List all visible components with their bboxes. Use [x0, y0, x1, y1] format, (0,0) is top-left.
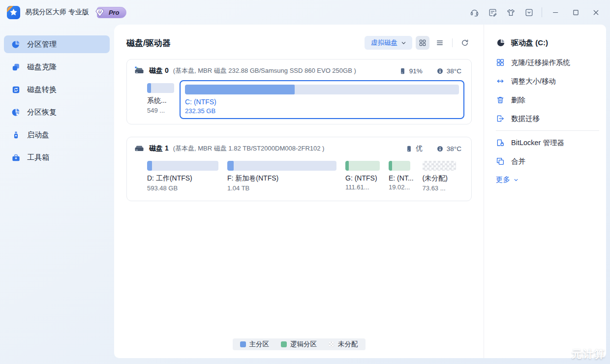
minimize-icon: [551, 8, 560, 17]
partition-f[interactable]: F: 新加卷(NTFS)1.04 TB: [224, 158, 340, 196]
action-divider: [496, 130, 599, 131]
refresh-button[interactable]: [458, 36, 472, 50]
drive-disk0-icon: [134, 65, 145, 76]
action-data-migrate[interactable]: 数据迁移: [496, 109, 599, 128]
list-view-button[interactable]: [433, 36, 447, 50]
legend-chip-primary: [240, 341, 246, 347]
action-delete[interactable]: 删除: [496, 91, 599, 109]
partition-bar: [423, 161, 456, 171]
partition-bar: [345, 161, 380, 171]
theme-button[interactable]: [503, 5, 518, 20]
partition-d[interactable]: D: 工作(NTFS)593.48 GB: [144, 158, 222, 196]
main-header: 磁盘/驱动器 虚拟磁盘: [126, 35, 472, 50]
sidebar: 分区管理磁盘克隆磁盘转换分区恢复启动盘工具箱: [0, 25, 114, 358]
sidebar-item-label: 磁盘克隆: [27, 62, 57, 72]
partition-system[interactable]: 系统...549 ...: [144, 80, 178, 118]
pie-chart-icon: [11, 40, 21, 49]
disk-temperature-value: 38°C: [447, 67, 461, 75]
action-label: BitLocker 管理器: [511, 138, 564, 148]
support-button[interactable]: [466, 5, 482, 20]
bitlocker-icon: [496, 138, 505, 147]
svg-text:U: U: [98, 9, 102, 14]
action-merge[interactable]: 合并: [496, 152, 599, 171]
virtual-disk-dropdown[interactable]: 虚拟磁盘: [365, 36, 412, 50]
legend-chip-unallocated: [329, 341, 335, 347]
partition-e[interactable]: E: (NT...19.02...: [385, 158, 417, 195]
feedback-button[interactable]: [485, 5, 500, 20]
partition-used-fill: [345, 161, 349, 171]
legend-chip-logical: [281, 341, 287, 347]
partition-size: 549 ...: [147, 107, 174, 114]
partition-used-fill: [227, 161, 234, 171]
pro-badge-label: Pro: [109, 9, 120, 16]
partition-c[interactable]: C: (NTFS)232.35 GB: [180, 80, 464, 119]
partition-label: D: 工作(NTFS): [147, 174, 218, 183]
partition-label: C: (NTFS): [185, 98, 459, 106]
thermometer-icon: [436, 145, 444, 152]
partition-recovery-icon: [11, 108, 21, 117]
minimize-button[interactable]: [547, 5, 564, 20]
disk-card: 磁盘 0(基本盘, MBR 磁盘 232.88 GB/Samsung SSD 8…: [126, 59, 472, 124]
partition-bar: [185, 85, 459, 94]
maximize-button[interactable]: [567, 5, 584, 20]
legend-item-unallocated: 未分配: [329, 340, 358, 349]
partition-label: 系统...: [147, 96, 174, 105]
disk-health: 优: [405, 144, 423, 153]
merge-icon: [496, 157, 505, 166]
sidebar-item-partition-recovery[interactable]: 分区恢复: [4, 103, 110, 121]
partition-used-fill: [147, 161, 152, 171]
selected-drive-title: 驱动盘 (C:): [496, 36, 599, 49]
ssd-health-icon: [399, 67, 406, 75]
action-label: 合并: [511, 157, 525, 166]
partition-label: F: 新加卷(NTFS): [227, 174, 336, 183]
legend-label: 逻辑分区: [290, 340, 317, 349]
more-button[interactable]: 更多: [496, 175, 599, 184]
content-panel: 磁盘/驱动器 虚拟磁盘: [114, 25, 606, 358]
sidebar-item-label: 工具箱: [27, 153, 49, 162]
boot-usb-icon: [11, 130, 21, 140]
sidebar-item-partition-manager[interactable]: 分区管理: [4, 35, 110, 53]
grid-view-button[interactable]: [416, 36, 429, 50]
action-bitlocker-manager[interactable]: BitLocker 管理器: [496, 133, 599, 152]
sidebar-item-label: 分区恢复: [27, 108, 57, 117]
feedback-icon: [488, 8, 497, 17]
partition-used-fill: [147, 83, 151, 93]
partitions-row: 系统...549 ...C: (NTFS)232.35 GB: [134, 80, 464, 119]
virtual-disk-label: 虚拟磁盘: [371, 38, 397, 47]
app-title: 易我分区大师 专业版: [25, 8, 89, 17]
legend-label: 主分区: [249, 340, 270, 349]
action-label: 数据迁移: [511, 114, 540, 123]
close-button[interactable]: [587, 5, 604, 20]
partition-g[interactable]: G: (NTFS)111.61...: [342, 158, 383, 195]
action-label: 克隆/迁移操作系统: [511, 58, 570, 67]
disk-stats: 91%38°C: [399, 67, 464, 75]
partition-size: 1.04 TB: [227, 184, 336, 192]
sidebar-item-toolbox[interactable]: 工具箱: [4, 149, 110, 166]
main-panel: 磁盘/驱动器 虚拟磁盘: [114, 25, 484, 358]
partition-label: G: (NTFS): [345, 174, 380, 182]
list-view-icon: [435, 38, 444, 47]
disk-health-value: 优: [416, 144, 423, 153]
drive-disk1-icon: [134, 143, 145, 154]
disk-header: 磁盘 0(基本盘, MBR 磁盘 232.88 GB/Samsung SSD 8…: [134, 65, 464, 76]
drive-c-icon: [496, 38, 506, 48]
sidebar-item-boot-disk[interactable]: 启动盘: [4, 126, 110, 144]
disk-card: 磁盘 1(基本盘, MBR 磁盘 1.82 TB/ST2000DM008-2FR…: [126, 137, 472, 201]
disk-header: 磁盘 1(基本盘, MBR 磁盘 1.82 TB/ST2000DM008-2FR…: [134, 143, 464, 154]
action-resize-move[interactable]: 调整大小/移动: [496, 72, 599, 91]
disk-info: (基本盘, MBR 磁盘 232.88 GB/Samsung SSD 860 E…: [173, 66, 356, 75]
disk-convert-icon: [11, 85, 21, 94]
partition-size: 593.48 GB: [147, 184, 218, 192]
selected-drive-label: 驱动盘 (C:): [511, 38, 548, 48]
action-clone-migrate-os[interactable]: 克隆/迁移操作系统: [496, 53, 599, 72]
delete-trash-icon: [496, 95, 505, 104]
action-label: 调整大小/移动: [511, 77, 556, 86]
partition-size: 111.61...: [345, 183, 380, 191]
toolbox-icon: [11, 153, 21, 162]
partition-unallocated[interactable]: (未分配)73.63 ...: [419, 158, 459, 196]
sidebar-item-disk-convert[interactable]: 磁盘转换: [4, 81, 110, 98]
disk-name: 磁盘 0: [149, 66, 169, 75]
window-body: 分区管理磁盘克隆磁盘转换分区恢复启动盘工具箱 磁盘/驱动器 虚拟磁盘: [0, 25, 610, 364]
version-button[interactable]: [521, 5, 537, 20]
sidebar-item-disk-clone[interactable]: 磁盘克隆: [4, 58, 110, 76]
